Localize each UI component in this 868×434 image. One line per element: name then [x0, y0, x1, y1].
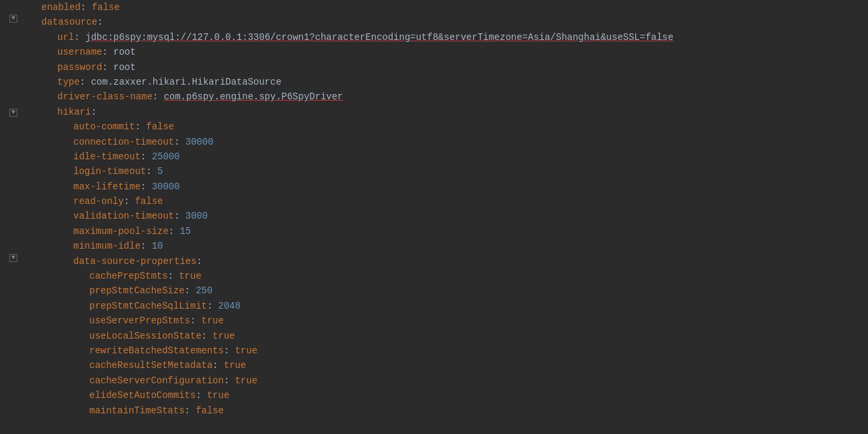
line-type: type: com.zaxxer.hikari.HikariDataSource — [25, 75, 863, 89]
value-enabled: false — [92, 0, 120, 15]
line-use-local-session-state: useLocalSessionState: true — [25, 329, 863, 343]
line-elide-set-auto-commits: elideSetAutoCommits: true — [25, 388, 863, 403]
key-max-pool-size: maximum-pool-size — [73, 224, 169, 239]
line-datasource: datasource: — [25, 15, 863, 29]
line-prep-stmt-cache-size: prepStmtCacheSize: 250 — [25, 283, 863, 298]
key-connection-timeout: connection-timeout — [73, 135, 174, 149]
key-elide-set-auto-commits: elideSetAutoCommits — [89, 388, 196, 403]
value-password: root — [113, 60, 136, 75]
key-datasource: datasource — [41, 15, 97, 29]
key-driver: driver-class-name — [57, 89, 153, 104]
value-cache-result-set-metadata: true — [224, 358, 247, 373]
key-type: type — [57, 75, 80, 89]
value-validation-timeout: 3000 — [185, 209, 208, 223]
key-cache-result-set-metadata: cacheResultSetMetadata — [89, 358, 213, 373]
line-cache-result-set-metadata: cacheResultSetMetadata: true — [25, 358, 863, 373]
line-read-only: read-only: false — [25, 194, 863, 209]
key-max-lifetime: max-lifetime — [73, 179, 141, 194]
value-max-pool-size: 15 — [180, 224, 191, 239]
key-rewrite-batched: rewriteBatchedStatements — [89, 343, 224, 358]
value-auto-commit: false — [146, 119, 174, 134]
value-cache-server-config: true — [235, 373, 257, 388]
key-enabled: enabled — [41, 0, 81, 15]
line-cache-prep-stmts: cachePrepStmts: true — [25, 269, 863, 283]
line-username: username: root — [25, 45, 863, 59]
value-rewrite-batched: true — [235, 343, 257, 358]
value-prep-stmt-cache-sql-limit: 2048 — [218, 299, 241, 313]
value-driver: com.p6spy.engine.spy.P6SpyDriver — [164, 89, 343, 104]
line-validation-timeout: validation-timeout: 3000 — [25, 209, 863, 223]
gutter: ▼ ▼ ▼ — [0, 0, 20, 434]
key-use-server-prep-stmts: useServerPrepStmts — [89, 313, 190, 328]
line-url: url: jdbc:p6spy:mysql://127.0.0.1:3306/c… — [25, 30, 863, 45]
line-data-source-properties: data-source-properties: — [25, 254, 863, 269]
value-idle-timeout: 25000 — [152, 149, 180, 164]
editor-container: ▼ ▼ ▼ enabled: false datasource: url: jd… — [0, 0, 868, 434]
key-cache-server-config: cacheServerConfiguration — [89, 373, 224, 388]
value-connection-timeout: 30000 — [185, 135, 213, 149]
key-password: password — [57, 60, 102, 75]
value-read-only: false — [135, 194, 163, 209]
key-hikari: hikari — [57, 105, 91, 119]
key-minimum-idle: minimum-idle — [73, 239, 141, 253]
value-elide-set-auto-commits: true — [207, 388, 229, 403]
key-idle-timeout: idle-timeout — [73, 149, 141, 164]
code-area: enabled: false datasource: url: jdbc:p6s… — [20, 0, 868, 434]
line-auto-commit: auto-commit: false — [25, 119, 863, 134]
line-maintain-time-stats: maintainTimeStats: false — [25, 403, 863, 418]
fold-indicator-datasource[interactable]: ▼ — [9, 15, 17, 23]
line-prep-stmt-cache-sql-limit: prepStmtCacheSqlLimit: 2048 — [25, 299, 863, 313]
line-password: password: root — [25, 60, 863, 75]
line-connection-timeout: connection-timeout: 30000 — [25, 135, 863, 149]
key-validation-timeout: validation-timeout — [73, 209, 174, 223]
line-max-pool-size: maximum-pool-size: 15 — [25, 224, 863, 239]
value-username: root — [113, 45, 136, 59]
value-url: jdbc:p6spy:mysql://127.0.0.1:3306/crown1… — [85, 30, 673, 45]
fold-indicator-hikari[interactable]: ▼ — [9, 109, 17, 117]
value-login-timeout: 5 — [157, 164, 163, 179]
line-driver: driver-class-name: com.p6spy.engine.spy.… — [25, 89, 863, 104]
line-hikari: hikari: — [25, 105, 863, 119]
key-cache-prep-stmts: cachePrepStmts — [89, 269, 168, 283]
key-username: username — [57, 45, 102, 59]
line-max-lifetime: max-lifetime: 30000 — [25, 179, 863, 194]
key-use-local-session-state: useLocalSessionState — [89, 329, 201, 343]
key-auto-commit: auto-commit — [73, 119, 135, 134]
value-use-server-prep-stmts: true — [201, 313, 224, 328]
line-login-timeout: login-timeout: 5 — [25, 164, 863, 179]
value-type: com.zaxxer.hikari.HikariDataSource — [91, 75, 281, 89]
line-idle-timeout: idle-timeout: 25000 — [25, 149, 863, 164]
key-data-source-properties: data-source-properties — [73, 254, 197, 269]
line-cache-server-config: cacheServerConfiguration: true — [25, 373, 863, 388]
line-enabled: enabled: false — [25, 0, 863, 15]
value-max-lifetime: 30000 — [152, 179, 180, 194]
value-minimum-idle: 10 — [152, 239, 163, 253]
line-use-server-prep-stmts: useServerPrepStmts: true — [25, 313, 863, 328]
key-read-only: read-only — [73, 194, 124, 209]
line-minimum-idle: minimum-idle: 10 — [25, 239, 863, 253]
key-prep-stmt-cache-sql-limit: prepStmtCacheSqlLimit — [89, 299, 207, 313]
key-login-timeout: login-timeout — [73, 164, 146, 179]
line-rewrite-batched: rewriteBatchedStatements: true — [25, 343, 863, 358]
key-maintain-time-stats: maintainTimeStats — [89, 403, 185, 418]
key-url: url — [57, 30, 74, 45]
value-cache-prep-stmts: true — [179, 269, 201, 283]
value-maintain-time-stats: false — [196, 403, 224, 418]
key-prep-stmt-cache-size: prepStmtCacheSize — [89, 283, 185, 298]
value-prep-stmt-cache-size: 250 — [196, 283, 213, 298]
fold-indicator-datasource-props[interactable]: ▼ — [9, 254, 17, 262]
value-use-local-session-state: true — [213, 329, 235, 343]
